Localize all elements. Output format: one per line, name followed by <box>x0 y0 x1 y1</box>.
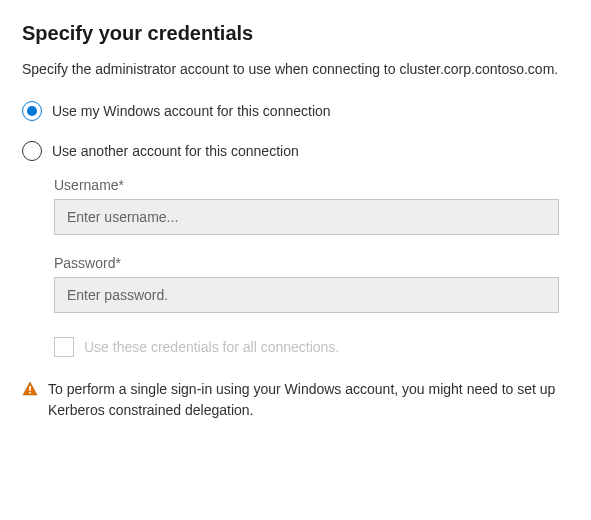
radio-use-windows-account[interactable]: Use my Windows account for this connecti… <box>22 101 569 121</box>
password-label: Password* <box>54 255 569 271</box>
svg-rect-1 <box>29 392 31 394</box>
warning-text: To perform a single sign-in using your W… <box>48 379 569 421</box>
checkbox-icon <box>54 337 74 357</box>
username-input[interactable] <box>54 199 559 235</box>
username-label: Username* <box>54 177 569 193</box>
radio-icon <box>22 141 42 161</box>
page-description: Specify the administrator account to use… <box>22 59 569 79</box>
radio-label: Use another account for this connection <box>52 143 299 159</box>
radio-label: Use my Windows account for this connecti… <box>52 103 331 119</box>
account-radio-group: Use my Windows account for this connecti… <box>22 101 569 357</box>
kerberos-warning: To perform a single sign-in using your W… <box>22 379 569 421</box>
checkbox-label: Use these credentials for all connection… <box>84 339 339 355</box>
radio-use-another-account[interactable]: Use another account for this connection <box>22 141 569 161</box>
credentials-subform: Username* Password* Use these credential… <box>54 177 569 357</box>
svg-rect-0 <box>29 386 31 391</box>
password-input[interactable] <box>54 277 559 313</box>
page-title: Specify your credentials <box>22 22 569 45</box>
radio-icon <box>22 101 42 121</box>
warning-icon <box>22 381 38 400</box>
use-for-all-checkbox[interactable]: Use these credentials for all connection… <box>54 337 569 357</box>
